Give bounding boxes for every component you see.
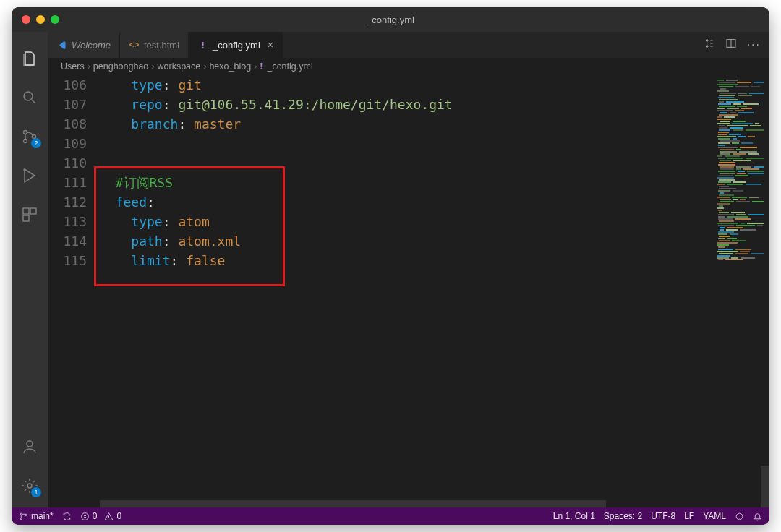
svg-point-2: [24, 140, 27, 143]
svg-point-11: [706, 46, 708, 48]
titlebar[interactable]: _config.yml: [12, 7, 769, 32]
activity-bar: 2 1: [12, 32, 48, 507]
yaml-icon: !: [260, 61, 263, 72]
chevron-right-icon: ›: [151, 61, 154, 72]
notifications-icon[interactable]: [753, 512, 762, 521]
horizontal-scrollbar[interactable]: [100, 500, 761, 507]
code-line[interactable]: [100, 134, 769, 153]
more-actions-icon[interactable]: ···: [747, 38, 761, 51]
breadcrumb-part[interactable]: penghonghao: [93, 61, 148, 72]
line-number: 115: [48, 251, 87, 270]
line-number: 112: [48, 192, 87, 212]
explorer-icon[interactable]: [20, 48, 40, 69]
yaml-icon: !: [197, 40, 208, 51]
line-number: 108: [48, 114, 87, 134]
svg-rect-6: [30, 208, 36, 214]
eol[interactable]: LF: [684, 511, 694, 521]
line-gutter: 106107108109110111112113114115: [48, 75, 100, 507]
main-row: 2 1 Welcome: [12, 32, 769, 507]
code-content[interactable]: type: git repo: git@106.55.41.29:/home/g…: [100, 75, 769, 507]
code-line[interactable]: feed:: [100, 192, 769, 212]
svg-point-14: [20, 518, 22, 519]
horizontal-scrollbar-thumb[interactable]: [100, 500, 606, 507]
settings-badge: 1: [31, 487, 41, 497]
tab-actions: ···: [704, 32, 769, 58]
warning-count: 0: [116, 511, 121, 521]
tab-bar: Welcome <> test.html ! _config.yml ×: [48, 32, 769, 58]
tab-test-html[interactable]: <> test.html: [120, 32, 189, 58]
error-count: 0: [93, 511, 98, 521]
tab-label: _config.yml: [213, 40, 260, 51]
code-line[interactable]: repo: git@106.55.41.29:/home/git/hexo.gi…: [100, 95, 769, 114]
feedback-icon[interactable]: [735, 512, 744, 521]
cursor-position[interactable]: Ln 1, Col 1: [553, 511, 595, 521]
debug-icon[interactable]: [20, 166, 40, 186]
code-line[interactable]: limit: false: [100, 251, 769, 270]
account-icon[interactable]: [20, 437, 40, 457]
sync-button[interactable]: [62, 512, 72, 521]
svg-point-13: [20, 513, 22, 515]
chevron-right-icon: ›: [203, 61, 206, 72]
line-number: 107: [48, 95, 87, 114]
svg-point-17: [736, 513, 743, 520]
svg-rect-5: [23, 208, 29, 214]
vscode-icon: [56, 40, 67, 51]
code-line[interactable]: type: git: [100, 75, 769, 95]
editor-area: Welcome <> test.html ! _config.yml ×: [48, 32, 769, 507]
svg-point-4: [24, 169, 25, 171]
svg-point-9: [27, 484, 32, 488]
status-bar: main* 0 0 Ln 1, Col 1 Spaces: 2 UTF-8 LF…: [12, 507, 769, 525]
code-line[interactable]: path: atom.xml: [100, 231, 769, 251]
chevron-right-icon: ›: [88, 61, 90, 72]
split-editor-icon[interactable]: [725, 38, 737, 52]
language-mode[interactable]: YAML: [703, 511, 726, 521]
line-number: 109: [48, 134, 87, 153]
line-number: 113: [48, 212, 87, 231]
close-icon[interactable]: ×: [268, 39, 273, 51]
branch-name: main*: [31, 511, 54, 521]
breadcrumbs[interactable]: Users › penghonghao › workspace › hexo_b…: [48, 58, 769, 75]
code-line[interactable]: [100, 153, 769, 173]
branch-status[interactable]: main*: [19, 511, 54, 521]
minimap[interactable]: [714, 80, 764, 260]
tab-welcome[interactable]: Welcome: [48, 32, 120, 58]
vertical-scrollbar-thumb[interactable]: [761, 466, 769, 507]
code-line[interactable]: type: atom: [100, 212, 769, 231]
code-line[interactable]: #订阅RSS: [100, 173, 769, 192]
line-number: 106: [48, 75, 87, 95]
close-icon[interactable]: [22, 15, 30, 24]
breadcrumb-file[interactable]: _config.yml: [267, 61, 312, 72]
indentation[interactable]: Spaces: 2: [604, 511, 642, 521]
scm-icon[interactable]: 2: [20, 126, 40, 147]
traffic-lights: [12, 15, 59, 24]
svg-point-8: [27, 441, 33, 447]
tab-label: test.html: [144, 40, 179, 51]
line-number: 111: [48, 173, 87, 192]
tab-config-yml[interactable]: ! _config.yml ×: [189, 32, 283, 58]
html-icon: <>: [129, 40, 140, 51]
encoding[interactable]: UTF-8: [651, 511, 675, 521]
compare-changes-icon[interactable]: [704, 38, 715, 52]
svg-point-10: [706, 40, 708, 42]
problems-status[interactable]: 0 0: [80, 511, 121, 521]
breadcrumb-part[interactable]: workspace: [157, 61, 200, 72]
vscode-window: _config.yml 2: [12, 7, 769, 525]
chevron-right-icon: ›: [254, 61, 257, 72]
breadcrumb-part[interactable]: hexo_blog: [209, 61, 251, 72]
code-editor[interactable]: 106107108109110111112113114115 type: git…: [48, 75, 769, 507]
svg-point-15: [25, 514, 27, 515]
maximize-icon[interactable]: [51, 15, 59, 24]
line-number: 114: [48, 231, 87, 251]
tab-label: Welcome: [72, 40, 111, 51]
code-line[interactable]: branch: master: [100, 114, 769, 134]
svg-point-0: [24, 92, 33, 100]
minimize-icon[interactable]: [36, 15, 45, 24]
svg-rect-7: [23, 215, 29, 221]
breadcrumb-part[interactable]: Users: [61, 61, 85, 72]
settings-gear-icon[interactable]: 1: [20, 476, 40, 496]
extensions-icon[interactable]: [20, 205, 40, 225]
line-number: 110: [48, 153, 87, 173]
svg-point-1: [24, 131, 27, 134]
window-title: _config.yml: [12, 14, 769, 25]
search-icon[interactable]: [20, 87, 40, 108]
